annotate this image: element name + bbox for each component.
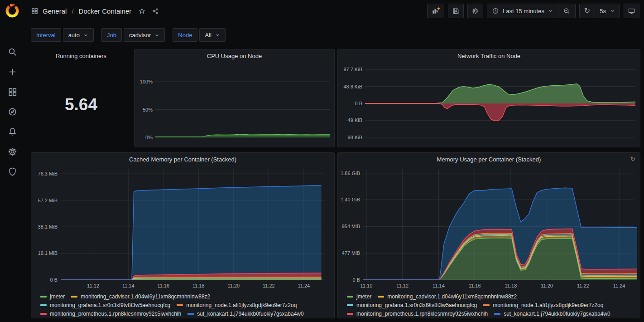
legend-label: sut_konakart.1.j794ukkb0fuokiy7gsxaba4w0 [197, 310, 304, 317]
svg-text:0 B: 0 B [50, 277, 58, 283]
legend-label: jmeter [356, 293, 371, 300]
explore-icon[interactable] [7, 107, 18, 117]
legend-item[interactable]: sut_konakart.1.j794ukkb0fuokiy7gsxaba4w0 [494, 310, 610, 317]
cycle-view-mode-button[interactable] [624, 4, 639, 18]
svg-text:48.8 KiB: 48.8 KiB [343, 84, 362, 89]
panel-title[interactable]: Cached Memory per Container (Stacked) [31, 153, 334, 166]
svg-text:57.2 MiB: 57.2 MiB [38, 198, 58, 203]
dashboard-settings-button[interactable] [467, 4, 483, 18]
panel-cached-memory: Cached Memory per Container (Stacked) 0 … [31, 152, 335, 318]
legend-swatch [40, 313, 47, 315]
legend-swatch [177, 304, 183, 306]
legend-label: monitoring_node.1.afi1jlyzs8gdjk9eo9er7z… [186, 302, 297, 309]
dashboards-icon[interactable] [7, 87, 18, 97]
share-icon[interactable] [152, 7, 159, 15]
legend-swatch [187, 313, 194, 315]
chart-legend: jmetermonitoring_cadvisor.1.d04wi6y11xm8… [347, 293, 637, 317]
breadcrumb-separator: / [71, 7, 74, 15]
panel-title[interactable]: Memory Usage per Container (Stacked) [338, 153, 640, 166]
svg-text:0 B: 0 B [352, 277, 360, 283]
legend-label: monitoring_grafana.1.sr0n3xf9tv8t3w5aehn… [50, 302, 170, 309]
panel-title[interactable]: Running containers [31, 49, 131, 62]
svg-text:11:22: 11:22 [577, 283, 589, 288]
save-dashboard-button[interactable] [448, 4, 464, 18]
alerting-icon[interactable] [7, 127, 18, 137]
refresh-interval-picker[interactable]: 5s [595, 4, 620, 18]
breadcrumb-page[interactable]: Docker Container [79, 7, 132, 15]
legend-item[interactable]: monitoring_node.1.afi1jlyzs8gdjk9eo9er7z… [177, 302, 297, 309]
variable-interval: Interval auto [31, 28, 94, 42]
legend-item[interactable]: monitoring_cadvisor.1.d04wi6y11xm8qcmnhn… [71, 293, 210, 300]
chevron-down-icon [154, 33, 159, 38]
legend-label: monitoring_cadvisor.1.d04wi6y11xm8qcmnhn… [387, 293, 517, 300]
legend-item[interactable]: monitoring_grafana.1.sr0n3xf9tv8t3w5aehn… [347, 302, 477, 309]
panel-title[interactable]: Network Traffic on Node [338, 49, 640, 62]
legend-swatch [40, 304, 47, 306]
legend-item[interactable]: sut_konakart.1.j794ukkb0fuokiy7gsxaba4w0 [187, 310, 304, 317]
svg-text:0%: 0% [145, 135, 153, 140]
legend-item[interactable]: monitoring_node.1.afi1jlyzs8gdjk9eo9er7z… [483, 302, 603, 309]
star-icon[interactable] [138, 7, 146, 15]
cpu-usage-chart[interactable]: 0%50%100% [135, 49, 334, 147]
variable-interval-value[interactable]: auto [63, 28, 94, 42]
breadcrumb-section[interactable]: General [43, 7, 67, 15]
legend-item[interactable]: monitoring_cadvisor.1.d04wi6y11xm8qcmnhn… [378, 293, 517, 300]
add-panel-button[interactable] [427, 4, 444, 18]
legend-swatch [378, 296, 384, 298]
variable-node-value[interactable]: All [199, 28, 225, 42]
legend-item[interactable]: monitoring_prometheus.1.rpn8klesnmroy92s… [347, 310, 488, 317]
svg-text:1.40 GiB: 1.40 GiB [341, 197, 360, 202]
legend-swatch [494, 313, 500, 315]
svg-text:11:18: 11:18 [505, 283, 517, 288]
panel-title[interactable]: CPU Usage on Node [135, 49, 334, 62]
server-admin-icon[interactable] [7, 166, 18, 177]
panel-cpu-usage: CPU Usage on Node 0%50%100% [134, 49, 335, 147]
svg-text:11:20: 11:20 [227, 283, 240, 288]
svg-text:11:14: 11:14 [433, 283, 445, 288]
panel-running-containers: Running containers 5.64 [31, 49, 131, 147]
variable-node: Node All [173, 28, 226, 42]
panel-memory-usage: Memory Usage per Container (Stacked) ↻ 0… [337, 152, 640, 318]
dashboard-grid-icon [31, 7, 38, 15]
svg-text:11:16: 11:16 [157, 283, 169, 288]
create-icon[interactable] [7, 67, 18, 77]
legend-swatch [347, 296, 353, 298]
legend-item[interactable]: jmeter [347, 293, 371, 300]
svg-text:11:24: 11:24 [613, 283, 625, 288]
monitor-icon [628, 7, 635, 15]
save-icon [452, 7, 460, 15]
search-icon[interactable] [7, 47, 18, 57]
svg-text:477 MiB: 477 MiB [342, 250, 360, 256]
chevron-down-icon [83, 33, 88, 38]
legend-label: monitoring_cadvisor.1.d04wi6y11xm8qcmnhn… [81, 293, 210, 300]
svg-text:100%: 100% [140, 79, 153, 84]
refresh-button[interactable]: ↻ [580, 4, 595, 18]
svg-text:38.1 MiB: 38.1 MiB [38, 224, 58, 229]
legend-item[interactable]: jmeter [40, 293, 65, 300]
zoom-out-button[interactable] [558, 4, 575, 18]
panel-refresh-icon[interactable]: ↻ [630, 155, 635, 162]
variable-job-value[interactable]: cadvisor [124, 28, 165, 42]
svg-text:11:16: 11:16 [469, 283, 481, 288]
chart-legend: jmetermonitoring_cadvisor.1.d04wi6y11xm8… [40, 293, 332, 317]
svg-text:97.7 KiB: 97.7 KiB [343, 67, 362, 72]
legend-item[interactable]: monitoring_grafana.1.sr0n3xf9tv8t3w5aehn… [40, 302, 170, 309]
svg-text:11:22: 11:22 [263, 283, 275, 288]
grafana-logo[interactable] [5, 3, 20, 18]
refresh-controls: ↻ 5s [579, 4, 620, 18]
legend-item[interactable]: monitoring_prometheus.1.rpn8klesnmroy92s… [40, 310, 181, 317]
svg-text:11:20: 11:20 [541, 283, 553, 288]
svg-text:11:24: 11:24 [298, 283, 310, 288]
chevron-down-icon [548, 8, 553, 14]
time-range-picker[interactable]: Last 15 minutes [487, 4, 558, 18]
svg-text:50%: 50% [143, 107, 153, 112]
svg-text:11:12: 11:12 [87, 283, 99, 288]
chevron-down-icon [610, 8, 615, 14]
variable-job: Job cadvisor [101, 28, 165, 42]
configuration-icon[interactable] [7, 146, 18, 157]
network-traffic-chart[interactable]: -98 KiB-49 KiB0 B48.8 KiB97.7 KiB [338, 49, 640, 147]
clock-icon [492, 7, 499, 15]
svg-text:76.3 MiB: 76.3 MiB [38, 171, 58, 176]
stat-value: 5.64 [31, 62, 131, 147]
breadcrumb: General / Docker Container [31, 7, 159, 15]
